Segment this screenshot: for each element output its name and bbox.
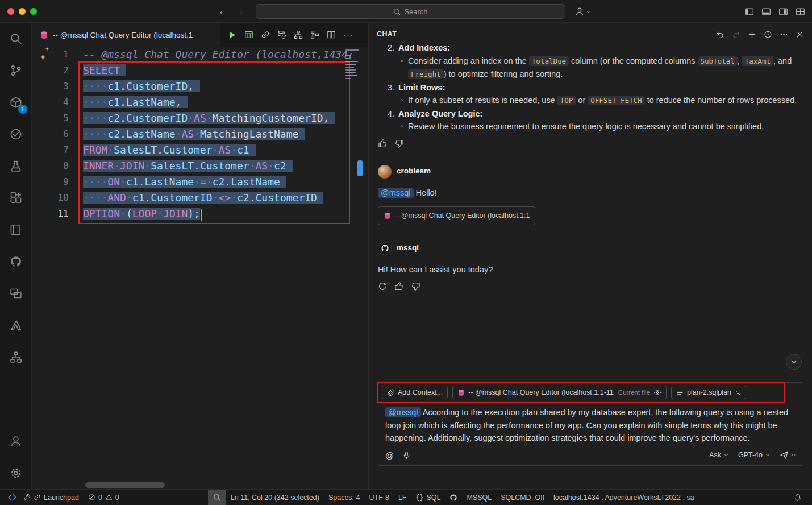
model-dropdown[interactable]: GPT-4o <box>738 451 771 459</box>
thumbs-down-icon[interactable] <box>411 282 420 291</box>
thumbs-up-icon[interactable] <box>378 139 388 148</box>
sidebar-item-tasks[interactable] <box>0 118 32 150</box>
sidebar-item-extensions[interactable] <box>0 182 32 214</box>
regenerate-icon[interactable] <box>378 282 388 291</box>
code-editor[interactable]: 1-- @mssql Chat Query Editor (localhost,… <box>32 47 368 489</box>
results-grid-icon[interactable] <box>244 30 253 39</box>
attachment-label: -- @mssql Chat Query Editor (localhost,1… <box>394 209 530 222</box>
cursor-position-item[interactable]: Ln 11, Col 20 (342 selected) <box>226 490 324 505</box>
sidebar-item-explorer-package[interactable]: 1 <box>0 86 32 118</box>
problems-item[interactable]: 0 0 <box>84 490 124 505</box>
message-author: mssql <box>397 242 419 255</box>
scrollbar-decoration[interactable] <box>357 160 363 176</box>
launchpad-label: Launchpad <box>44 494 79 502</box>
thumbs-up-icon[interactable] <box>394 282 404 291</box>
launchpad-item[interactable]: Launchpad <box>19 490 84 505</box>
context-file-chip[interactable]: -- @mssql Chat Query Editor (localhost,1… <box>452 386 667 399</box>
context-plan-chip[interactable]: plan-2.sqlplan <box>671 386 746 399</box>
remote-indicator[interactable] <box>6 490 19 505</box>
sidebar-item-settings[interactable] <box>0 457 32 489</box>
chat-input-box[interactable]: Add Context... -- @mssql Chat Query Edit… <box>378 382 803 466</box>
copilot-status-item[interactable] <box>445 490 462 505</box>
chat-input-text[interactable]: @mssql According to the execution plan s… <box>378 402 803 446</box>
minimap-line <box>345 52 347 53</box>
zoom-indicator[interactable] <box>208 490 226 505</box>
minimap-line <box>345 78 351 79</box>
mention-icon[interactable]: @ <box>385 450 394 460</box>
close-window-button[interactable] <box>7 8 14 15</box>
split-editor-icon[interactable] <box>327 30 336 39</box>
editor-tab[interactable]: -- @mssql Chat Query Editor (localhost,1 <box>32 23 220 47</box>
notifications-item[interactable] <box>789 490 806 505</box>
mssql-item[interactable]: MSSQL <box>462 490 496 505</box>
close-icon[interactable] <box>796 30 804 39</box>
command-center-search[interactable]: Search <box>256 4 565 19</box>
send-button[interactable] <box>780 450 796 460</box>
scroll-to-bottom-button[interactable] <box>786 354 802 370</box>
customize-layout-icon[interactable] <box>796 7 805 16</box>
close-icon[interactable] <box>735 390 741 396</box>
microphone-icon[interactable] <box>402 451 411 460</box>
forward-button[interactable]: → <box>235 6 244 17</box>
code-line[interactable]: 6····c2.LastName·AS·MatchingLastName <box>32 126 368 142</box>
sidebar-item-accounts[interactable] <box>0 425 32 457</box>
code-line[interactable]: 8INNER·JOIN·SalesLT.Customer·AS·c2 <box>32 158 368 174</box>
more-actions-icon[interactable]: ··· <box>343 30 353 40</box>
toggle-secondary-sidebar-icon[interactable] <box>778 7 788 16</box>
schema-flow-icon[interactable] <box>294 30 303 39</box>
line-number: 3 <box>32 78 69 94</box>
sidebar-item-github[interactable] <box>0 246 32 278</box>
maximize-window-button[interactable] <box>30 8 37 15</box>
code-line[interactable]: 1-- @mssql Chat Query Editor (localhost,… <box>32 47 368 63</box>
sidebar-item-remote-explorer[interactable] <box>0 278 32 309</box>
new-chat-icon[interactable] <box>748 30 756 39</box>
code-line[interactable]: 4····c1.LastName, <box>32 94 368 110</box>
code-area[interactable]: 1-- @mssql Chat Query Editor (localhost,… <box>32 47 368 222</box>
sidebar-item-source-control[interactable] <box>0 55 32 86</box>
thumbs-down-icon[interactable] <box>394 139 404 148</box>
code-line[interactable]: 7FROM·SalesLT.Customer·AS·c1 <box>32 142 368 158</box>
back-button[interactable]: ← <box>218 6 228 17</box>
accounts-menu[interactable] <box>575 0 591 23</box>
undo-icon[interactable] <box>716 30 724 39</box>
eye-icon[interactable] <box>653 388 661 396</box>
list-title: Add Indexes: <box>398 45 450 52</box>
history-icon[interactable] <box>764 30 772 39</box>
encoding-item[interactable]: UTF-8 <box>365 490 394 505</box>
more-icon[interactable] <box>780 30 788 39</box>
code-line[interactable]: 9····ON·c1.LastName·=·c2.LastName <box>32 174 368 190</box>
minimize-window-button[interactable] <box>19 8 26 15</box>
message-attachment[interactable]: -- @mssql Chat Query Editor (localhost,1… <box>378 206 535 225</box>
connection-item[interactable]: localhost,1434 : AdventureWorksLT2022 : … <box>549 490 699 505</box>
code-line[interactable]: 11OPTION·(LOOP·JOIN); <box>32 206 368 222</box>
run-query-icon[interactable] <box>227 30 237 40</box>
minimap[interactable] <box>345 49 360 81</box>
code-line[interactable]: 10····AND·c1.CustomerID·<>·c2.CustomerID <box>32 190 368 206</box>
code-line[interactable]: 5····c2.CustomerID·AS·MatchingCustomerID… <box>32 110 368 126</box>
schema-hierarchy-icon[interactable] <box>310 30 319 39</box>
disconnect-plug-icon[interactable] <box>261 30 270 39</box>
sidebar-item-search[interactable] <box>0 23 32 55</box>
code-line[interactable]: 3····c1.CustomerID, <box>32 78 368 94</box>
add-context-button[interactable]: Add Context... <box>382 386 448 399</box>
redo-icon[interactable] <box>732 30 740 39</box>
toggle-sidebar-icon[interactable] <box>744 7 754 16</box>
toggle-panel-icon[interactable] <box>761 7 771 16</box>
sidebar-item-testing[interactable] <box>0 150 32 182</box>
indentation-item[interactable]: Spaces: 4 <box>324 490 365 505</box>
user-avatar <box>378 165 392 179</box>
minimap-line <box>345 69 356 71</box>
sqlcmd-item[interactable]: SQLCMD: Off <box>496 490 549 505</box>
copilot-sparkle-icon[interactable] <box>39 48 47 64</box>
language-item[interactable]: {}SQL <box>411 490 445 505</box>
code-line[interactable]: 2SELECT <box>32 63 368 78</box>
mode-dropdown[interactable]: Ask <box>709 451 729 459</box>
sidebar-item-docs[interactable] <box>0 214 32 246</box>
database-refresh-icon[interactable] <box>277 30 286 39</box>
eol-item[interactable]: LF <box>394 490 411 505</box>
gear-icon <box>10 467 22 479</box>
sidebar-item-azure[interactable] <box>0 309 32 341</box>
horizontal-scrollbar[interactable] <box>85 482 165 488</box>
sidebar-item-schema-designer[interactable] <box>0 341 32 373</box>
mode-label: Ask <box>709 451 721 459</box>
